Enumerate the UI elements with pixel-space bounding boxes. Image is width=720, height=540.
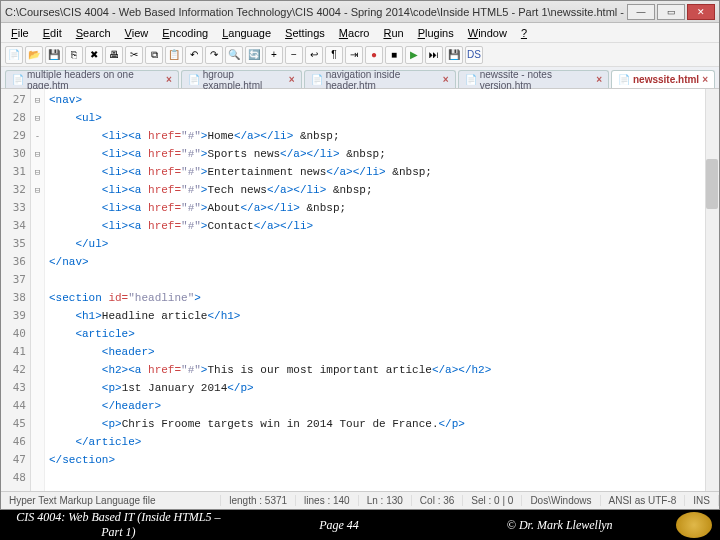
code-line[interactable]: <li><a href="#">Home</a></li> &nbsp; xyxy=(49,127,715,145)
new-file-icon[interactable]: 📄 xyxy=(5,46,23,64)
footer-page: Page 44 xyxy=(229,518,450,533)
code-line[interactable]: <header> xyxy=(49,343,715,361)
show-all-icon[interactable]: ¶ xyxy=(325,46,343,64)
stop-macro-icon[interactable]: ■ xyxy=(385,46,403,64)
fold-marker[interactable]: - xyxy=(31,127,44,145)
file-icon: 📄 xyxy=(618,74,630,85)
indent-icon[interactable]: ⇥ xyxy=(345,46,363,64)
menu-file[interactable]: File xyxy=(5,25,35,41)
find-icon[interactable]: 🔍 xyxy=(225,46,243,64)
minimize-button[interactable]: — xyxy=(627,4,655,20)
code-line[interactable]: <p>1st January 2014</p> xyxy=(49,379,715,397)
menu-run[interactable]: Run xyxy=(377,25,409,41)
code-line[interactable]: </nav> xyxy=(49,253,715,271)
tab-navigation-inside-header-htm[interactable]: 📄navigation inside header.htm × xyxy=(304,70,456,88)
code-line[interactable]: <h2><a href="#">This is our most importa… xyxy=(49,361,715,379)
close-tab-icon[interactable]: × xyxy=(443,74,449,85)
code-line[interactable]: </ul> xyxy=(49,235,715,253)
fold-marker[interactable]: ⊟ xyxy=(31,91,44,109)
tab-label: multiple headers on one page.htm xyxy=(27,69,163,91)
vertical-scrollbar[interactable] xyxy=(705,89,719,491)
redo-icon[interactable]: ↷ xyxy=(205,46,223,64)
record-macro-icon[interactable]: ● xyxy=(365,46,383,64)
status-eol: Dos\Windows xyxy=(522,495,600,506)
menu-view[interactable]: View xyxy=(119,25,155,41)
open-icon[interactable]: 📂 xyxy=(25,46,43,64)
close-button[interactable]: ✕ xyxy=(687,4,715,20)
window-title: C:\Courses\CIS 4004 - Web Based Informat… xyxy=(5,6,627,18)
close-tab-icon[interactable]: × xyxy=(289,74,295,85)
code-line[interactable]: <li><a href="#">About</a></li> &nbsp; xyxy=(49,199,715,217)
save-icon[interactable]: 💾 xyxy=(45,46,63,64)
scrollbar-thumb[interactable] xyxy=(706,159,718,209)
code-line[interactable]: </section> xyxy=(49,451,715,469)
statusbar: Hyper Text Markup Language file length :… xyxy=(1,491,719,509)
print-icon[interactable]: 🖶 xyxy=(105,46,123,64)
menu-plugins[interactable]: Plugins xyxy=(412,25,460,41)
tabbar: 📄multiple headers on one page.htm ×📄hgro… xyxy=(1,67,719,89)
code-line[interactable]: <li><a href="#">Contact</a></li> xyxy=(49,217,715,235)
copy-icon[interactable]: ⧉ xyxy=(145,46,163,64)
code-line[interactable]: <li><a href="#">Entertainment news</a></… xyxy=(49,163,715,181)
status-ln: Ln : 130 xyxy=(359,495,412,506)
menu-macro[interactable]: Macro xyxy=(333,25,376,41)
status-filetype: Hyper Text Markup Language file xyxy=(1,495,221,506)
fold-marker[interactable]: ⊟ xyxy=(31,181,44,199)
menu-edit[interactable]: Edit xyxy=(37,25,68,41)
status-length: length : 5371 xyxy=(221,495,296,506)
code-line[interactable]: <ul> xyxy=(49,109,715,127)
play-macro-icon[interactable]: ▶ xyxy=(405,46,423,64)
code-line[interactable]: <p>Chris Froome targets win in 2014 Tour… xyxy=(49,415,715,433)
fold-gutter: ⊟⊟-⊟⊟⊟ xyxy=(31,89,45,491)
tab-newssite-notes-version-htm[interactable]: 📄newssite - notes version.htm × xyxy=(458,70,609,88)
tab-label: navigation inside header.htm xyxy=(326,69,440,91)
code-line[interactable]: </header> xyxy=(49,397,715,415)
fold-marker[interactable]: ⊟ xyxy=(31,109,44,127)
maximize-button[interactable]: ▭ xyxy=(657,4,685,20)
menu-language[interactable]: Language xyxy=(216,25,277,41)
fold-marker[interactable]: ⊟ xyxy=(31,163,44,181)
tab-label: newssite - notes version.htm xyxy=(480,69,594,91)
paste-icon[interactable]: 📋 xyxy=(165,46,183,64)
menu-settings[interactable]: Settings xyxy=(279,25,331,41)
code-line[interactable] xyxy=(49,469,715,487)
tab-newssite-html[interactable]: 📄newssite.html × xyxy=(611,70,715,88)
tab-label: newssite.html xyxy=(633,74,699,85)
code-line[interactable]: <section id="headline"> xyxy=(49,289,715,307)
ucf-logo-icon xyxy=(676,512,712,538)
app-window: C:\Courses\CIS 4004 - Web Based Informat… xyxy=(0,0,720,510)
code-line[interactable]: <nav> xyxy=(49,91,715,109)
close-tab-icon[interactable]: × xyxy=(702,74,708,85)
menu-?[interactable]: ? xyxy=(515,25,533,41)
close-file-icon[interactable]: ✖ xyxy=(85,46,103,64)
code-line[interactable]: </article> xyxy=(49,433,715,451)
footer-course: CIS 4004: Web Based IT (Inside HTML5 – P… xyxy=(8,510,229,540)
menu-window[interactable]: Window xyxy=(462,25,513,41)
code-line[interactable]: <li><a href="#">Tech news</a></li> &nbsp… xyxy=(49,181,715,199)
menu-encoding[interactable]: Encoding xyxy=(156,25,214,41)
code-line[interactable] xyxy=(49,271,715,289)
close-tab-icon[interactable]: × xyxy=(166,74,172,85)
save-all-icon[interactable]: ⎘ xyxy=(65,46,83,64)
code-line[interactable]: <article> xyxy=(49,325,715,343)
tab-multiple-headers-on-one-page-htm[interactable]: 📄multiple headers on one page.htm × xyxy=(5,70,179,88)
status-encoding: ANSI as UTF-8 xyxy=(601,495,686,506)
code-line[interactable]: <h1>Headline article</h1> xyxy=(49,307,715,325)
close-tab-icon[interactable]: × xyxy=(596,74,602,85)
replace-icon[interactable]: 🔄 xyxy=(245,46,263,64)
menu-search[interactable]: Search xyxy=(70,25,117,41)
wordwrap-icon[interactable]: ↩ xyxy=(305,46,323,64)
code-area[interactable]: <nav> <ul> <li><a href="#">Home</a></li>… xyxy=(45,89,719,491)
zoom-in-icon[interactable]: + xyxy=(265,46,283,64)
editor-area: 2728293031323334353637383940414243444546… xyxy=(1,89,719,491)
save-macro-icon[interactable]: 💾 xyxy=(445,46,463,64)
cut-icon[interactable]: ✂ xyxy=(125,46,143,64)
spellcheck-icon[interactable]: DS xyxy=(465,46,483,64)
zoom-out-icon[interactable]: − xyxy=(285,46,303,64)
play-multi-icon[interactable]: ⏭ xyxy=(425,46,443,64)
code-line[interactable]: <li><a href="#">Sports news</a></li> &nb… xyxy=(49,145,715,163)
toolbar: 📄 📂 💾 ⎘ ✖ 🖶 ✂ ⧉ 📋 ↶ ↷ 🔍 🔄 + − ↩ ¶ ⇥ ● ■ … xyxy=(1,43,719,67)
undo-icon[interactable]: ↶ xyxy=(185,46,203,64)
fold-marker[interactable]: ⊟ xyxy=(31,145,44,163)
tab-hgroup-example-html[interactable]: 📄hgroup example.html × xyxy=(181,70,302,88)
